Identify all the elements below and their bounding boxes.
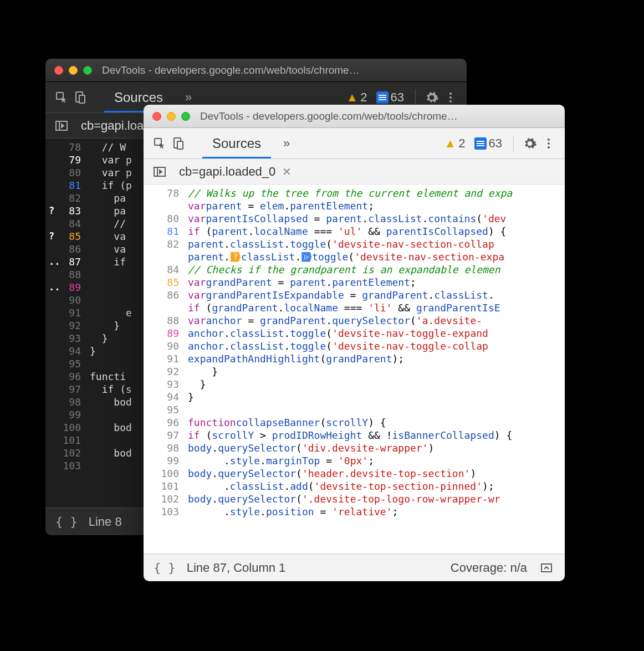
- code-editor[interactable]: 7879808182838485868788899091929394959697…: [144, 184, 565, 553]
- drawer-toggle-icon[interactable]: [538, 560, 555, 576]
- pretty-print-icon[interactable]: { }: [154, 561, 176, 575]
- pretty-print-icon[interactable]: { }: [55, 515, 78, 529]
- coverage-status: Coverage: n/a: [451, 561, 527, 575]
- svg-rect-16: [541, 564, 551, 572]
- file-tab-strip: cb=gapi.loaded_0✕: [144, 159, 565, 184]
- svg-point-3: [449, 93, 452, 95]
- debugger-sidebar-toggle-icon[interactable]: [53, 117, 70, 134]
- svg-rect-10: [177, 141, 183, 149]
- minimize-traffic-light[interactable]: [69, 66, 78, 75]
- devtools-light-window: DevTools - developers.google.com/web/too…: [144, 105, 565, 581]
- zoom-traffic-light[interactable]: [181, 112, 190, 121]
- more-panels-chevron-icon[interactable]: »: [181, 90, 196, 105]
- svg-rect-2: [79, 95, 85, 103]
- more-panels-chevron-icon[interactable]: »: [279, 136, 294, 151]
- status-bar: { } Line 87, Column 1 Coverage: n/a: [144, 553, 565, 581]
- titlebar[interactable]: DevTools - developers.google.com/web/too…: [45, 59, 467, 82]
- device-toggle-icon[interactable]: [72, 89, 89, 106]
- titlebar[interactable]: DevTools - developers.google.com/web/too…: [144, 105, 565, 128]
- device-toggle-icon[interactable]: [170, 135, 187, 152]
- warnings-badge[interactable]: ▲2: [343, 90, 370, 105]
- cursor-position: Line 87, Column 1: [187, 561, 286, 575]
- svg-point-12: [548, 142, 550, 145]
- zoom-traffic-light[interactable]: [83, 66, 92, 75]
- minimize-traffic-light[interactable]: [167, 112, 176, 121]
- close-traffic-light[interactable]: [152, 112, 161, 121]
- window-title: DevTools - developers.google.com/web/too…: [200, 110, 556, 122]
- window-title: DevTools - developers.google.com/web/too…: [102, 64, 458, 76]
- messages-badge[interactable]: 63: [471, 136, 505, 151]
- cursor-position: Line 8: [89, 515, 122, 529]
- inspect-icon[interactable]: [53, 89, 70, 106]
- svg-point-13: [548, 146, 550, 148]
- close-tab-icon[interactable]: ✕: [282, 165, 292, 178]
- debugger-sidebar-toggle-icon[interactable]: [151, 163, 168, 180]
- inspect-icon[interactable]: [151, 135, 168, 152]
- kebab-menu-icon[interactable]: [540, 135, 557, 152]
- svg-point-11: [548, 139, 550, 141]
- messages-badge[interactable]: 63: [373, 90, 407, 105]
- gear-icon[interactable]: [522, 135, 538, 152]
- svg-point-4: [449, 96, 452, 99]
- svg-point-5: [449, 100, 452, 102]
- file-tab[interactable]: cb=gapi.loaded_0✕: [179, 165, 292, 179]
- divider: [415, 89, 416, 106]
- warnings-badge[interactable]: ▲2: [441, 136, 468, 151]
- panel-tab-sources[interactable]: Sources: [202, 128, 271, 158]
- divider: [513, 135, 514, 152]
- gear-icon[interactable]: [423, 89, 440, 106]
- kebab-menu-icon[interactable]: [442, 89, 459, 106]
- close-traffic-light[interactable]: [54, 66, 63, 75]
- main-toolbar: Sources » ▲2 63: [144, 128, 565, 159]
